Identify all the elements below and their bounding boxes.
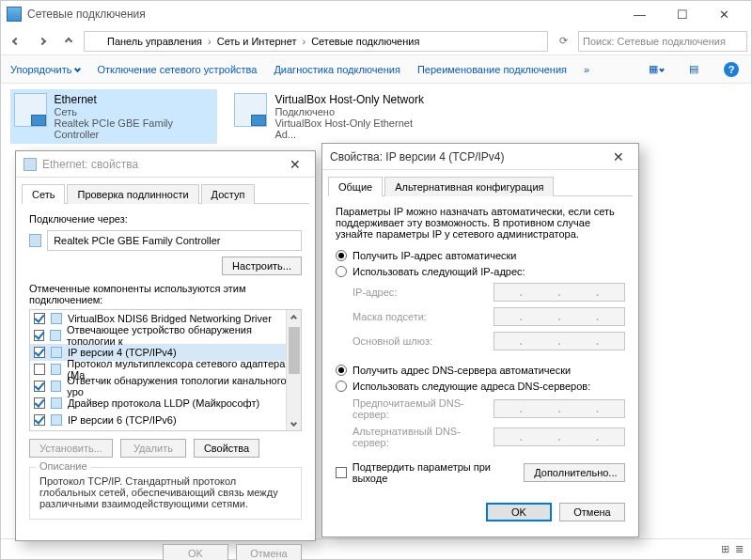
dialog-icon (24, 158, 37, 171)
ip-label: IP-адрес: (352, 287, 484, 298)
scroll-down[interactable] (287, 415, 301, 430)
checkbox[interactable] (34, 414, 45, 426)
component-item[interactable]: Ответчик обнаружения топологии канальног… (30, 378, 301, 395)
view-button[interactable]: ▦ (646, 59, 666, 80)
configure-button[interactable]: Настроить... (222, 257, 302, 275)
dns1-label: Предпочитаемый DNS-сервер: (352, 397, 484, 420)
network-adapter-icon (14, 93, 47, 127)
nav-back[interactable] (5, 30, 27, 53)
scroll-thumb[interactable] (289, 327, 300, 374)
nav-forward[interactable] (31, 30, 54, 53)
address-bar[interactable]: Панель управления› Сеть и Интернет› Сете… (84, 31, 548, 52)
dialog-body: Подключение через: Realtek PCIe GBE Fami… (16, 204, 315, 535)
breadcrumb-1[interactable]: Сеть и Интернет (217, 36, 297, 47)
scrollbar[interactable] (286, 310, 301, 430)
ok-button[interactable]: OK (486, 503, 552, 521)
connection-status: Подключено (274, 106, 433, 117)
component-label: IP версии 4 (TCP/IPv4) (68, 347, 177, 358)
dns2-input: ... (494, 428, 625, 446)
connection-ethernet[interactable]: Ethernet Сеть Realtek PCIe GBE Family Co… (10, 89, 217, 144)
tab-network[interactable]: Сеть (22, 184, 65, 204)
gateway-label: Основной шлюз: (352, 335, 484, 347)
component-label: Отвечающее устройство обнаружения тополо… (67, 324, 297, 347)
connection-virtualbox[interactable]: VirtualBox Host-Only Network Подключено … (230, 89, 437, 144)
breadcrumb-2[interactable]: Сетевые подключения (311, 36, 419, 47)
close-button[interactable]: ✕ (703, 1, 745, 27)
dns2-label: Альтернативный DNS-сервер: (352, 426, 484, 448)
rename-connection[interactable]: Переименование подключения (417, 64, 567, 75)
radio-dns-manual[interactable] (336, 381, 347, 392)
close-icon[interactable]: ✕ (606, 149, 631, 164)
diagnose-connection[interactable]: Диагностика подключения (274, 64, 400, 75)
component-label: Ответчик обнаружения топологии канальног… (67, 375, 297, 397)
view-large-icon[interactable]: ⊞ (721, 543, 729, 555)
scroll-up[interactable] (287, 310, 301, 325)
protocol-icon (51, 414, 62, 426)
radio-dns-auto[interactable] (336, 365, 347, 376)
install-button[interactable]: Установить... (29, 439, 113, 458)
radio-ip-manual[interactable] (336, 266, 347, 277)
description-heading: Описание (36, 460, 91, 472)
ok-button[interactable]: OK (163, 544, 228, 560)
protocol-icon (50, 330, 60, 341)
help-button[interactable]: ? (721, 59, 742, 80)
view-details-icon[interactable]: ≣ (735, 543, 744, 555)
dialog-footer: OK Отмена (322, 493, 638, 531)
checkbox[interactable] (34, 330, 44, 341)
ethernet-properties-dialog: Ethernet: свойства ✕ Сеть Проверка подли… (15, 150, 316, 541)
maximize-button[interactable]: ☐ (661, 1, 703, 27)
dialog-title: Ethernet: свойства (42, 158, 283, 171)
tab-sharing[interactable]: Доступ (201, 184, 256, 204)
network-adapter-icon (234, 93, 267, 127)
checkbox[interactable] (34, 397, 45, 409)
organize-menu[interactable]: Упорядочить (10, 64, 80, 75)
components-label: Отмеченные компоненты используются этим … (29, 283, 302, 305)
breadcrumb-0[interactable]: Панель управления (107, 36, 202, 47)
connection-device: VirtualBox Host-Only Ethernet Ad... (274, 117, 433, 140)
mask-label: Маска подсети: (352, 311, 484, 322)
component-item[interactable]: IP версии 6 (TCP/IPv6) (30, 412, 301, 428)
tab-auth[interactable]: Проверка подлинности (67, 184, 198, 204)
close-icon[interactable]: ✕ (283, 157, 307, 172)
window-title: Сетевые подключения (27, 8, 619, 21)
checkbox[interactable] (34, 381, 45, 392)
command-bar: Упорядочить Отключение сетевого устройст… (1, 55, 751, 84)
preview-pane-button[interactable]: ▤ (683, 59, 704, 80)
properties-button[interactable]: Свойства (194, 439, 259, 458)
toolbar-overflow[interactable]: » (584, 64, 589, 75)
component-item[interactable]: Отвечающее устройство обнаружения тополо… (30, 327, 301, 344)
radio-ip-auto[interactable] (336, 250, 347, 261)
advanced-button[interactable]: Дополнительно... (524, 463, 625, 482)
component-label: Драйвер протокола LLDP (Майкрософт) (68, 397, 259, 409)
dns-radio-group: Получить адрес DNS-сервера автоматически… (336, 364, 625, 448)
refresh-button[interactable]: ⟳ (552, 30, 574, 53)
connection-name: Ethernet (55, 93, 214, 106)
minimize-button[interactable]: — (619, 1, 661, 27)
tab-alternate[interactable]: Альтернативная конфигурация (384, 177, 554, 196)
protocol-icon (51, 347, 62, 358)
connection-status: Сеть (55, 106, 214, 117)
adapter-icon (29, 234, 41, 247)
tabstrip: Сеть Проверка подлинности Доступ (22, 183, 309, 204)
content-area: Ethernet Сеть Realtek PCIe GBE Family Co… (1, 84, 751, 149)
components-list[interactable]: VirtualBox NDIS6 Bridged Networking Driv… (29, 309, 302, 431)
validate-checkbox[interactable] (336, 467, 347, 478)
adapter-field: Realtek PCIe GBE Family Controller (47, 230, 302, 251)
description-group: Описание Протокол TCP/IP. Стандартный пр… (29, 467, 302, 520)
tab-general[interactable]: Общие (328, 177, 383, 196)
component-label: VirtualBox NDIS6 Bridged Networking Driv… (68, 313, 272, 324)
disable-device[interactable]: Отключение сетевого устройства (97, 64, 257, 75)
mask-input: ... (494, 307, 625, 326)
checkbox[interactable] (34, 347, 45, 358)
help-icon: ? (724, 62, 739, 77)
titlebar: Сетевые подключения — ☐ ✕ (1, 1, 751, 27)
checkbox[interactable] (34, 313, 45, 324)
checkbox[interactable] (34, 364, 45, 375)
connection-name: VirtualBox Host-Only Network (274, 93, 433, 106)
nav-up[interactable] (57, 30, 80, 53)
component-label: IP версии 6 (TCP/IPv6) (68, 414, 177, 426)
cancel-button[interactable]: Отмена (236, 544, 302, 560)
cancel-button[interactable]: Отмена (559, 503, 625, 521)
uninstall-button[interactable]: Удалить (120, 439, 186, 458)
search-box[interactable]: Поиск: Сетевые подключения (578, 31, 747, 52)
